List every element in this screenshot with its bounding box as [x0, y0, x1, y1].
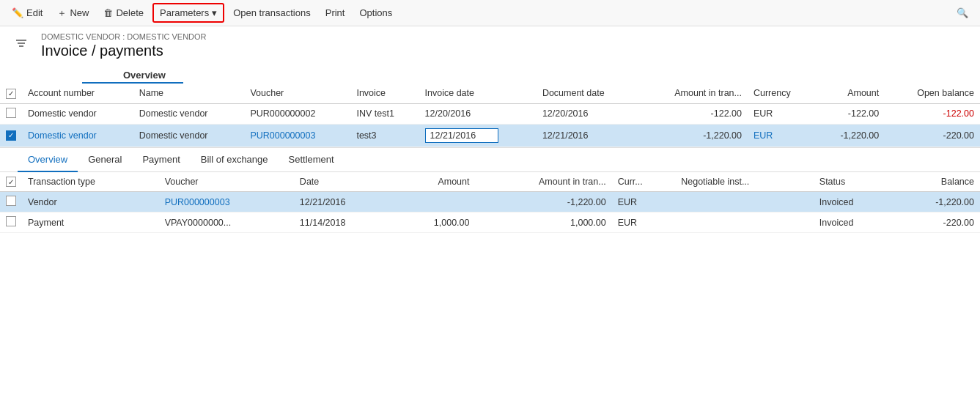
row2-invoice: test3: [350, 124, 419, 147]
edit-label: Edit: [26, 7, 43, 18]
row1-account-number: Domestic vendor: [22, 103, 133, 124]
col-open-balance: Open balance: [885, 84, 980, 103]
row2-document-date: 12/21/2016: [537, 124, 638, 147]
btcol-balance: Balance: [893, 172, 980, 192]
row2-name: Domestic vendor: [133, 124, 245, 147]
row1-voucher: PUR000000002: [244, 103, 350, 124]
btcol-status: Status: [814, 172, 893, 192]
row2-amount-in-tran: -1,220.00: [638, 124, 748, 147]
row1-currency: EUR: [748, 103, 815, 124]
btcol-transaction-type: Transaction type: [22, 172, 159, 192]
row2-open-balance: -220.00: [885, 124, 980, 147]
overview-label: Overview: [82, 65, 183, 84]
bt-row2-check[interactable]: [6, 216, 16, 226]
delete-label: Delete: [116, 7, 144, 18]
options-label: Options: [359, 7, 392, 18]
bottom-table-section: ✓ Transaction type Voucher Date Amount A…: [0, 172, 980, 415]
top-table: ✓ Account number Name Voucher Invoice In…: [0, 84, 980, 147]
btcol-amount-in-tran: Amount in tran...: [475, 172, 611, 192]
search-button[interactable]: 🔍: [951, 4, 974, 21]
row2-checkbox-cell[interactable]: ✓: [0, 124, 22, 147]
tab-payment[interactable]: Payment: [132, 148, 190, 172]
bt-row1-type: Vendor: [22, 192, 159, 212]
row2-checkbox[interactable]: ✓: [6, 130, 16, 141]
bt-row1-negotiable: [675, 192, 814, 212]
row2-invoice-date[interactable]: 12/21/2016: [419, 124, 537, 147]
search-icon: 🔍: [957, 7, 968, 18]
options-button[interactable]: Options: [353, 4, 398, 21]
btcol-date: Date: [294, 172, 394, 192]
bt-row1-status: Invoiced: [814, 192, 893, 212]
row2-voucher: PUR000000003: [244, 124, 350, 147]
tab-settlement[interactable]: Settlement: [279, 148, 345, 172]
bt-row2-type: Payment: [22, 212, 159, 233]
btcol-voucher: Voucher: [159, 172, 294, 192]
bt-row2-date: 11/14/2018: [294, 212, 394, 233]
row1-invoice-date: 12/20/2016: [419, 103, 537, 124]
page-header: DOMESTIC VENDOR : DOMESTIC VENDOR Invoic…: [0, 26, 980, 62]
print-label: Print: [325, 7, 345, 18]
bt-row1-voucher: PUR000000003: [159, 192, 294, 212]
table-row[interactable]: ✓ Domestic vendor Domestic vendor PUR000…: [0, 124, 980, 147]
row1-amount: -122.00: [815, 103, 885, 124]
edit-button[interactable]: ✏️ Edit: [6, 4, 48, 21]
tab-overview[interactable]: Overview: [18, 148, 78, 172]
bottom-check-all[interactable]: ✓: [0, 172, 22, 192]
col-document-date: Document date: [537, 84, 638, 103]
print-button[interactable]: Print: [320, 4, 351, 21]
row2-account-number: Domestic vendor: [22, 124, 133, 147]
edit-icon: ✏️: [12, 7, 23, 18]
table-row[interactable]: Domestic vendor Domestic vendor PUR00000…: [0, 103, 980, 124]
bottom-table: ✓ Transaction type Voucher Date Amount A…: [0, 172, 980, 234]
tab-bill-of-exchange[interactable]: Bill of exchange: [191, 148, 279, 172]
row1-amount-in-tran: -122.00: [638, 103, 748, 124]
row2-currency: EUR: [748, 124, 815, 147]
breadcrumb: DOMESTIC VENDOR : DOMESTIC VENDOR: [41, 32, 962, 41]
btcol-currency: Curr...: [612, 172, 676, 192]
delete-icon: 🗑: [103, 7, 113, 18]
open-transactions-button[interactable]: Open transactions: [227, 4, 317, 21]
col-voucher: Voucher: [244, 84, 350, 103]
parameters-label: Parameters: [160, 7, 209, 18]
bottom-check-all-box[interactable]: ✓: [6, 177, 16, 187]
col-name: Name: [133, 84, 245, 103]
col-invoice: Invoice: [350, 84, 419, 103]
col-currency: Currency: [748, 84, 815, 103]
check-all-checkbox[interactable]: ✓: [6, 89, 16, 99]
row2-amount: -1,220.00: [815, 124, 885, 147]
invoice-date-input[interactable]: 12/21/2016: [425, 128, 498, 143]
bottom-section: Overview General Payment Bill of exchang…: [0, 148, 980, 415]
new-label: New: [70, 7, 89, 18]
row1-checkbox-cell[interactable]: [0, 103, 22, 124]
btcol-amount: Amount: [394, 172, 476, 192]
bt-row1-check-cell[interactable]: [0, 192, 22, 212]
col-amount: Amount: [815, 84, 885, 103]
bt-row2-amount-in-tran: 1,000.00: [475, 212, 611, 233]
bt-row2-check-cell[interactable]: [0, 212, 22, 233]
new-button[interactable]: ＋ New: [51, 4, 95, 23]
row1-checkbox[interactable]: [6, 108, 16, 118]
plus-icon: ＋: [57, 7, 67, 20]
bt-row2-currency: EUR: [612, 212, 676, 233]
toolbar: ✏️ Edit ＋ New 🗑 Delete Parameters ▾ Open…: [0, 0, 980, 26]
bt-row2-status: Invoiced: [814, 212, 893, 233]
bt-row1-amount-in-tran: -1,220.00: [475, 192, 611, 212]
check-all-header[interactable]: ✓: [0, 84, 22, 103]
row1-name: Domestic vendor: [133, 103, 245, 124]
bt-row1-currency: EUR: [612, 192, 676, 212]
bt-row1-date: 12/21/2016: [294, 192, 394, 212]
delete-button[interactable]: 🗑 Delete: [97, 4, 150, 21]
filter-icon[interactable]: [15, 37, 28, 52]
top-table-section: ✓ Account number Name Voucher Invoice In…: [0, 84, 980, 148]
tab-general[interactable]: General: [78, 148, 132, 172]
parameters-button[interactable]: Parameters ▾: [152, 3, 224, 23]
col-invoice-date: Invoice date: [419, 84, 537, 103]
bottom-table-row[interactable]: Vendor PUR000000003 12/21/2016 -1,220.00…: [0, 192, 980, 212]
page-content: DOMESTIC VENDOR : DOMESTIC VENDOR Invoic…: [0, 26, 980, 414]
row1-open-balance: -122.00: [885, 103, 980, 124]
col-amount-in-tran: Amount in tran...: [638, 84, 748, 103]
bottom-table-row[interactable]: Payment VPAY0000000... 11/14/2018 1,000.…: [0, 212, 980, 233]
bt-row1-check[interactable]: [6, 196, 16, 206]
chevron-down-icon: ▾: [212, 7, 217, 18]
bt-row2-amount: 1,000.00: [394, 212, 476, 233]
